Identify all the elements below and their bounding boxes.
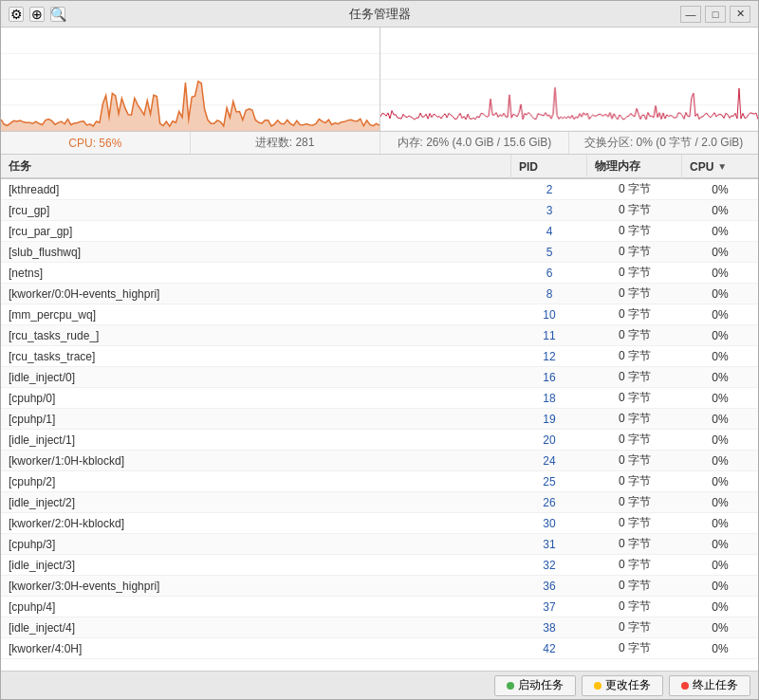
table-row[interactable]: [kworker/2:0H-kblockd] 30 0 字节 0% (1, 513, 758, 534)
table-row[interactable]: [cpuhp/1] 19 0 字节 0% (1, 409, 758, 430)
pid-cell: 2 (511, 179, 587, 199)
modify-task-button[interactable]: 更改任务 (582, 675, 663, 696)
window-title: 任务管理器 (349, 6, 411, 23)
pid-column-header[interactable]: PID (511, 155, 587, 178)
pid-cell: 12 (511, 346, 587, 366)
mem-cell: 0 字节 (587, 304, 682, 324)
cpu-cell: 0% (682, 617, 758, 637)
task-cell: [rcu_tasks_trace] (1, 346, 511, 366)
cpu-column-header[interactable]: CPU ▼ (682, 155, 758, 178)
cpu-cell: 0% (682, 597, 758, 617)
mem-cell: 0 字节 (587, 513, 682, 533)
task-cell: [idle_inject/4] (1, 617, 511, 637)
cpu-canvas (1, 28, 380, 131)
minimize-button[interactable]: — (680, 6, 701, 23)
plus-icon[interactable]: ⊕ (29, 7, 45, 22)
table-row[interactable]: [cpuhp/3] 31 0 字节 0% (1, 534, 758, 555)
table-row[interactable]: [mm_percpu_wq] 10 0 字节 0% (1, 304, 758, 325)
process-count-status: 进程数: 281 (191, 132, 380, 154)
task-cell: [rcu_tasks_rude_] (1, 325, 511, 345)
pid-cell: 31 (511, 534, 587, 554)
task-cell: [idle_inject/3] (1, 555, 511, 575)
cpu-cell: 0% (682, 179, 758, 199)
table-row[interactable]: [idle_inject/4] 38 0 字节 0% (1, 617, 758, 638)
maximize-button[interactable]: □ (705, 6, 726, 23)
mem-cell: 0 字节 (587, 534, 682, 554)
cpu-cell: 0% (682, 200, 758, 220)
table-row[interactable]: [cpuhp/2] 25 0 字节 0% (1, 471, 758, 492)
modify-dot-icon (594, 682, 602, 690)
task-cell: [cpuhp/3] (1, 534, 511, 554)
cpu-chart (1, 28, 380, 131)
mem-cell: 0 字节 (587, 492, 682, 512)
start-task-button[interactable]: 启动任务 (494, 675, 576, 696)
table-body[interactable]: [kthreadd] 2 0 字节 0% [rcu_gp] 3 0 字节 0% … (1, 179, 758, 671)
search-icon[interactable]: 🔍 (50, 7, 65, 22)
table-row[interactable]: [kworker/4:0H] 42 0 字节 0% (1, 638, 758, 659)
table-row[interactable]: [idle_inject/3] 32 0 字节 0% (1, 555, 758, 576)
mem-cell: 0 字节 (587, 388, 682, 408)
task-cell: [slub_flushwq] (1, 242, 511, 262)
status-bar: CPU: 56% 进程数: 281 内存: 26% (4.0 GiB / 15.… (1, 132, 758, 155)
start-dot-icon (507, 682, 514, 690)
mem-cell: 0 字节 (587, 179, 682, 199)
pid-cell: 36 (511, 576, 587, 596)
settings-icon[interactable]: ⚙ (9, 7, 24, 22)
pid-cell: 18 (511, 388, 587, 408)
table-row[interactable]: [slub_flushwq] 5 0 字节 0% (1, 242, 758, 263)
pid-cell: 6 (511, 263, 587, 283)
table-row[interactable]: [kworker/1:0H-kblockd] 24 0 字节 0% (1, 451, 758, 471)
table-row[interactable]: [netns] 6 0 字节 0% (1, 263, 758, 284)
table-row[interactable]: [cpuhp/0] 18 0 字节 0% (1, 388, 758, 409)
table-row[interactable]: [idle_inject/1] 20 0 字节 0% (1, 430, 758, 451)
task-cell: [kworker/3:0H-events_highpri] (1, 576, 511, 596)
mem-canvas (380, 28, 759, 131)
table-row[interactable]: [kthreadd] 2 0 字节 0% (1, 179, 758, 200)
table-row[interactable]: [rcu_par_gp] 4 0 字节 0% (1, 221, 758, 242)
titlebar: ⚙ ⊕ 🔍 任务管理器 — □ ✕ (1, 1, 758, 28)
close-button[interactable]: ✕ (730, 6, 750, 23)
task-column-header[interactable]: 任务 (1, 155, 511, 178)
pid-cell: 26 (511, 492, 587, 512)
table-row[interactable]: [rcu_tasks_trace] 12 0 字节 0% (1, 346, 758, 367)
table-row[interactable]: [idle_inject/2] 26 0 字节 0% (1, 492, 758, 513)
cpu-cell: 0% (682, 638, 758, 658)
task-cell: [kworker/1:0H-kblockd] (1, 451, 511, 470)
main-window: ⚙ ⊕ 🔍 任务管理器 — □ ✕ CPU: 56% 进程数: 281 内存: … (0, 0, 759, 700)
cpu-cell: 0% (682, 263, 758, 283)
cpu-cell: 0% (682, 430, 758, 450)
pid-cell: 5 (511, 242, 587, 262)
cpu-cell: 0% (682, 555, 758, 575)
table-row[interactable]: [kworker/0:0H-events_highpri] 8 0 字节 0% (1, 284, 758, 304)
cpu-cell: 0% (682, 492, 758, 512)
table-row[interactable]: [rcu_tasks_rude_] 11 0 字节 0% (1, 325, 758, 346)
mem-cell: 0 字节 (587, 263, 682, 283)
task-cell: [kworker/2:0H-kblockd] (1, 513, 511, 533)
task-cell: [kworker/4:0H] (1, 638, 511, 658)
bottom-bar: 启动任务 更改任务 终止任务 (1, 671, 758, 699)
cpu-status: CPU: 56% (1, 132, 191, 154)
mem-cell: 0 字节 (587, 638, 682, 658)
swap-status: 交换分区: 0% (0 字节 / 2.0 GiB) (569, 132, 758, 154)
stop-task-button[interactable]: 终止任务 (669, 675, 750, 696)
mem-cell: 0 字节 (587, 242, 682, 262)
cpu-cell: 0% (682, 346, 758, 366)
table-row[interactable]: [rcu_gp] 3 0 字节 0% (1, 200, 758, 221)
pid-cell: 16 (511, 367, 587, 387)
task-cell: [cpuhp/2] (1, 471, 511, 491)
mem-cell: 0 字节 (587, 325, 682, 345)
charts-area (1, 28, 758, 132)
task-cell: [kthreadd] (1, 179, 511, 199)
table-row[interactable]: [kworker/3:0H-events_highpri] 36 0 字节 0% (1, 576, 758, 597)
task-cell: [netns] (1, 263, 511, 283)
memory-column-header[interactable]: 物理内存 (587, 155, 682, 178)
pid-cell: 20 (511, 430, 587, 450)
pid-cell: 38 (511, 617, 587, 637)
mem-cell: 0 字节 (587, 451, 682, 470)
task-cell: [cpuhp/1] (1, 409, 511, 429)
mem-cell: 0 字节 (587, 221, 682, 241)
table-row[interactable]: [idle_inject/0] 16 0 字节 0% (1, 367, 758, 388)
table-row[interactable]: [cpuhp/4] 37 0 字节 0% (1, 597, 758, 617)
pid-cell: 4 (511, 221, 587, 241)
stop-dot-icon (681, 682, 689, 690)
